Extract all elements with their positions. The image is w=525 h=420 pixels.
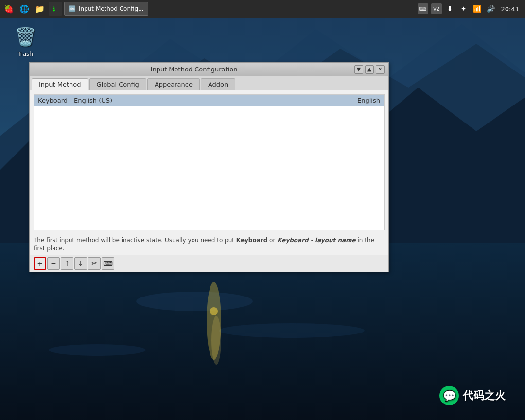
dialog-titlebar: Input Method Configuration ▼ ▲ ✕ [30, 63, 388, 76]
close-button[interactable]: ✕ [376, 65, 385, 74]
time-display: 20:41 [499, 5, 521, 13]
dialog-tabs: Input Method Global Config Appearance Ad… [30, 76, 388, 90]
dialog-controls: ▼ ▲ ✕ [354, 65, 385, 74]
toolbar: + − ↑ ↓ ✂ ⌨ [30, 255, 388, 272]
watermark: 💬 代码之火 [439, 386, 506, 405]
im-list-row[interactable]: Keyboard - English (US) English [34, 95, 384, 106]
keyboard-icon: ⌨ [103, 260, 113, 267]
im-lang: English [357, 97, 380, 104]
info-text: The first input method will be inactive … [30, 234, 388, 255]
app-icon: 🔤 [69, 5, 76, 12]
wechat-icon: 💬 [439, 386, 459, 405]
desktop: 🍓 🌐 📁 $_ 🔤 Input Method Config... ⌨ V2 ⬇… [0, 0, 525, 420]
svg-point-9 [211, 316, 221, 365]
download-icon[interactable]: ⬇ [445, 3, 455, 14]
app-label: Input Method Config... [79, 5, 144, 12]
add-icon: + [37, 260, 43, 267]
taskbar-right: ⌨ V2 ⬇ ✦ 📶 🔊 20:41 [418, 3, 525, 14]
remove-button[interactable]: − [47, 257, 60, 270]
watermark-text: 代码之火 [463, 388, 506, 403]
im-list[interactable]: Keyboard - English (US) English [34, 94, 385, 230]
dialog-title: Input Method Configuration [34, 66, 354, 73]
taskbar-left: 🍓 🌐 📁 $_ 🔤 Input Method Config... [0, 2, 148, 16]
svg-point-10 [210, 307, 218, 315]
trash-icon-image: 🗑️ [14, 25, 37, 49]
move-down-button[interactable]: ↓ [74, 257, 87, 270]
trash-icon[interactable]: 🗑️ Trash [14, 25, 37, 57]
tab-global-config[interactable]: Global Config [89, 78, 146, 90]
up-icon: ↑ [64, 260, 70, 267]
remove-icon: − [51, 260, 56, 267]
configure-button[interactable]: ✂ [88, 257, 101, 270]
bluetooth-icon[interactable]: ✦ [458, 3, 469, 14]
svg-point-5 [136, 292, 253, 311]
info-keyboard-layout: Keyboard - layout name [277, 237, 355, 244]
keyboard-tray-icon[interactable]: ⌨ [418, 3, 428, 14]
down-icon: ↓ [78, 260, 84, 267]
v2-icon[interactable]: V2 [431, 3, 442, 14]
raspberry-icon[interactable]: 🍓 [2, 2, 16, 16]
terminal-icon[interactable]: $_ [49, 2, 62, 16]
move-up-button[interactable]: ↑ [61, 257, 73, 270]
maximize-button[interactable]: ▲ [365, 65, 374, 74]
tab-input-method[interactable]: Input Method [32, 78, 88, 90]
globe-icon[interactable]: 🌐 [18, 2, 31, 16]
im-list-empty [34, 106, 384, 223]
im-name: Keyboard - English (US) [38, 97, 112, 104]
svg-point-6 [219, 323, 365, 338]
active-app[interactable]: 🔤 Input Method Config... [64, 2, 148, 16]
taskbar: 🍓 🌐 📁 $_ 🔤 Input Method Config... ⌨ V2 ⬇… [0, 0, 525, 18]
info-prefix: The first input method will be inactive … [34, 237, 236, 244]
tab-appearance[interactable]: Appearance [147, 78, 200, 90]
add-button[interactable]: + [34, 257, 46, 270]
info-or: or [267, 237, 277, 244]
scissors-icon: ✂ [91, 260, 97, 267]
folder-icon[interactable]: 📁 [33, 2, 47, 16]
dialog-window: Input Method Configuration ▼ ▲ ✕ Input M… [29, 62, 389, 272]
svg-point-7 [49, 344, 146, 356]
info-keyboard: Keyboard [236, 237, 268, 244]
trash-label: Trash [18, 51, 33, 57]
keyboard-default-button[interactable]: ⌨ [102, 257, 114, 270]
tab-addon[interactable]: Addon [201, 78, 235, 90]
volume-icon[interactable]: 🔊 [486, 3, 496, 14]
minimize-button[interactable]: ▼ [354, 65, 363, 74]
wifi-icon[interactable]: 📶 [472, 3, 483, 14]
